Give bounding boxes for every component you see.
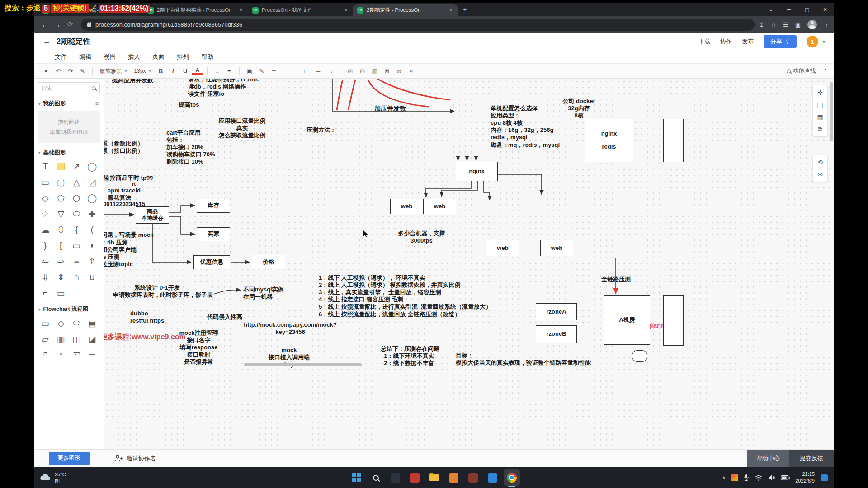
kebab-menu-icon[interactable]: ⋮ bbox=[824, 21, 830, 28]
taskbar-clock[interactable]: 21:15 2022/6/9 bbox=[795, 471, 815, 484]
shape-item[interactable]: ▤ bbox=[85, 315, 100, 331]
weather-widget[interactable]: 25°C 阴 bbox=[39, 471, 66, 484]
collaborate-button[interactable]: 协作 bbox=[720, 38, 732, 46]
share-button[interactable]: 分享 ⇪ bbox=[764, 35, 797, 48]
font-size-select[interactable]: 13px▾ bbox=[131, 67, 155, 75]
notification-center-icon[interactable] bbox=[821, 474, 828, 481]
move-tool-icon[interactable]: ✛ bbox=[817, 89, 823, 96]
shape-item[interactable]: ⇧ bbox=[85, 253, 100, 269]
volume-icon[interactable] bbox=[768, 474, 775, 481]
menu-item[interactable]: 视图 bbox=[104, 53, 116, 61]
more-shapes-button[interactable]: 更多图形 bbox=[49, 452, 90, 465]
section-basic-shapes[interactable]: ▾ 基础图形 bbox=[34, 145, 104, 159]
shape-item[interactable]: ▽ bbox=[53, 206, 69, 221]
underline-button[interactable]: U bbox=[179, 68, 191, 75]
canvas-shape[interactable]: nginx redis bbox=[585, 119, 633, 162]
canvas-text[interactable]: 送压测topic bbox=[104, 261, 133, 268]
diagram-canvas[interactable]: 提高应用并发数请求，性能特别好，rt 7ms 读db，redis 网络操作 读文… bbox=[104, 79, 834, 449]
horizontal-scrollbar[interactable] bbox=[244, 363, 362, 366]
canvas-shape[interactable]: web bbox=[540, 240, 573, 256]
taskbar-taskview-icon[interactable] bbox=[387, 469, 403, 486]
align-objects-icon[interactable]: ⊞ bbox=[344, 68, 356, 75]
canvas-text[interactable]: 系统设计 0-1开发 申请数据库表时，此时影子库，影子表 bbox=[113, 284, 201, 299]
fill-color-icon[interactable]: ▣ bbox=[244, 68, 255, 75]
maximize-button[interactable]: ▢ bbox=[798, 3, 816, 16]
italic-button[interactable]: I bbox=[167, 68, 179, 75]
canvas-shape[interactable] bbox=[663, 295, 684, 346]
line-color-icon[interactable]: ✎ bbox=[256, 68, 267, 75]
browser-tab[interactable]: On2期平台化架构实践 - ProcessOn✕ bbox=[143, 4, 248, 16]
shape-item[interactable]: ◿ bbox=[85, 174, 100, 190]
canvas-text[interactable]: 应用接口流量比例 真实 怎么获取流量比例 bbox=[214, 117, 270, 139]
canvas-shape[interactable]: web bbox=[423, 199, 456, 214]
chevron-down-icon[interactable]: ⌄ bbox=[762, 3, 780, 16]
canvas-text[interactable]: http://mock.compapy.com/mock? key=23456 bbox=[243, 321, 337, 336]
shape-item[interactable]: ▢ bbox=[53, 174, 69, 190]
feature-search-button[interactable]: 功能查找 bbox=[787, 67, 816, 75]
shape-item[interactable]: { bbox=[69, 222, 85, 237]
shape-item[interactable]: ⇕ bbox=[53, 269, 69, 285]
download-button[interactable]: 下载 bbox=[698, 38, 710, 46]
split-screen-icon[interactable]: ▣ bbox=[795, 21, 801, 28]
shape-item[interactable]: ▭ bbox=[69, 238, 85, 253]
taskbar-chrome-icon[interactable] bbox=[504, 469, 520, 486]
minimize-button[interactable]: ─ bbox=[780, 3, 798, 16]
menu-item[interactable]: 帮助 bbox=[201, 53, 213, 61]
shape-item[interactable]: ◯ bbox=[85, 190, 100, 206]
section-my-shapes[interactable]: ▾ 我的图形 ⧉ bbox=[34, 97, 104, 110]
back-to-files-button[interactable]: ← bbox=[43, 37, 51, 46]
line-style-icon[interactable]: ═ bbox=[268, 68, 279, 75]
shape-item[interactable]: ⇩ bbox=[38, 269, 53, 285]
tray-chevron-up-icon[interactable]: ∧ bbox=[722, 475, 726, 481]
share-icon[interactable]: ↥ bbox=[759, 21, 764, 28]
forward-button[interactable]: → bbox=[51, 21, 64, 28]
canvas-text[interactable]: 压测方法： bbox=[307, 127, 336, 134]
taskbar-app-blue-icon[interactable] bbox=[484, 469, 500, 486]
shape-item[interactable]: ⬭ bbox=[69, 206, 85, 221]
shape-item[interactable]: ▭ bbox=[53, 285, 69, 300]
canvas-text[interactable]: 更多课程:www.vipc9.com bbox=[104, 333, 186, 342]
shape-item[interactable]: △ bbox=[69, 174, 85, 190]
taskbar-folder-icon[interactable] bbox=[426, 469, 442, 486]
section-flowchart-shapes[interactable]: ▾ Flowchart 流程图 bbox=[34, 302, 104, 315]
font-family-select[interactable]: 微软雅黑▾ bbox=[97, 66, 130, 76]
shape-item[interactable]: } bbox=[38, 238, 53, 253]
menu-item[interactable]: 文件 bbox=[55, 53, 67, 61]
shape-item[interactable]: ( bbox=[85, 222, 100, 237]
canvas-text[interactable]: 团公司客户端 bbox=[104, 246, 137, 253]
browser-tab[interactable]: OnProcessOn - 我的文件✕ bbox=[248, 4, 353, 16]
distribute-icon[interactable]: ⊟ bbox=[357, 68, 368, 75]
shape-item[interactable]: ⌐ bbox=[38, 285, 53, 300]
battery-icon[interactable] bbox=[781, 475, 790, 480]
invite-collaborator-button[interactable]: 邀请协作者 bbox=[115, 455, 156, 463]
canvas-text[interactable]: 目标： 模拟大促当天的真实表现，验证整个链路容量和性能 bbox=[456, 352, 591, 366]
group-icon[interactable]: ▦ bbox=[369, 68, 380, 75]
shape-search-box[interactable] bbox=[38, 82, 100, 94]
collapse-toolbar-icon[interactable]: ⌃ bbox=[823, 68, 828, 75]
shape-item[interactable]: ⬠ bbox=[53, 190, 69, 206]
shape-item[interactable]: ◯ bbox=[85, 159, 100, 174]
canvas-text[interactable]: 单机配置怎么选择 应用类型： cpu 8核 4核 内存：16g，32g，256g… bbox=[491, 105, 560, 149]
canvas-text[interactable]: 提高tps bbox=[179, 101, 199, 108]
lock-icon[interactable]: ⊠ bbox=[381, 68, 392, 75]
feedback-button[interactable]: 提交反馈 bbox=[789, 450, 834, 467]
canvas-text[interactable]: 问题，写场景 mock bbox=[104, 231, 154, 239]
canvas-shape[interactable] bbox=[663, 119, 684, 162]
canvas-shape[interactable]: web bbox=[390, 199, 423, 214]
avatar-caret-icon[interactable]: ▾ bbox=[823, 39, 825, 44]
format-painter-icon[interactable]: ✎ bbox=[77, 68, 88, 75]
shape-item[interactable]: ◇ bbox=[53, 315, 69, 331]
canvas-text[interactable]: 请求，性能特别好，rt 7ms 读db，redis 网络操作 读文件 阻塞io bbox=[188, 79, 259, 98]
back-button[interactable]: ← bbox=[38, 21, 51, 28]
shape-item[interactable]: ⬡ bbox=[69, 190, 85, 206]
canvas-text[interactable]: 代码侵入性高 bbox=[207, 314, 242, 321]
taskbar-search-icon[interactable] bbox=[368, 469, 384, 486]
user-avatar[interactable]: 1 bbox=[807, 36, 818, 47]
canvas-text[interactable]: apm traceid 雪花算法 bbox=[108, 187, 141, 202]
browser-tab[interactable]: On2期稳定性 - ProcessOn✕ bbox=[353, 4, 458, 16]
canvas-text[interactable]: dubbo restful https bbox=[130, 310, 164, 324]
shape-item[interactable]: ▥ bbox=[53, 331, 69, 347]
menu-item[interactable]: 排列 bbox=[177, 53, 189, 61]
shape-item[interactable]: ◫ bbox=[69, 331, 85, 347]
shape-item[interactable]: ⬭ bbox=[69, 315, 85, 331]
